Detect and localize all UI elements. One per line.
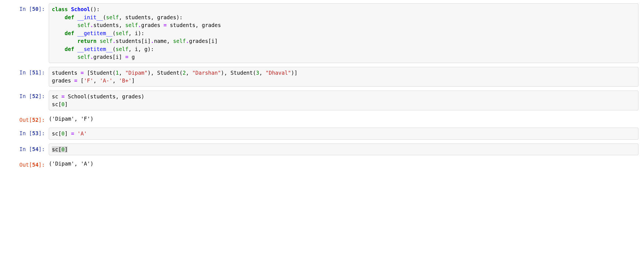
code-token: ( bbox=[103, 14, 106, 20]
code-token: self bbox=[125, 22, 138, 28]
code-token: [Student( bbox=[84, 70, 115, 76]
code-token: ] bbox=[132, 77, 135, 84]
code-input[interactable]: sc[0] bbox=[49, 144, 638, 156]
code-token: 0 bbox=[61, 146, 64, 152]
code-token: ] bbox=[65, 130, 71, 137]
input-prompt: In [51]: bbox=[6, 67, 49, 77]
notebook-cell: In [50]: class School(): def __init__(se… bbox=[6, 3, 638, 63]
code-token bbox=[74, 14, 77, 20]
code-token: = bbox=[71, 130, 74, 137]
code-token: self bbox=[116, 46, 129, 52]
code-token: "Dhaval" bbox=[266, 70, 291, 76]
code-token: ), Student( bbox=[221, 70, 256, 76]
input-prompt: In [50]: bbox=[6, 3, 49, 13]
code-token: self bbox=[78, 54, 90, 60]
code-token: = bbox=[125, 54, 128, 60]
code-token: self bbox=[173, 38, 186, 44]
code-token: self bbox=[116, 30, 129, 36]
output-prompt: Out[52]: bbox=[6, 114, 49, 124]
code-token bbox=[52, 22, 78, 28]
code-token bbox=[74, 46, 77, 52]
code-token: return bbox=[78, 38, 97, 44]
code-token: . bbox=[90, 54, 93, 60]
input-prompt: In [52]: bbox=[6, 91, 49, 100]
code-token: 2 bbox=[183, 70, 186, 76]
code-token bbox=[68, 6, 71, 12]
code-token: ( bbox=[112, 46, 115, 52]
code-token: , bbox=[112, 77, 119, 84]
cell-output: ('Dipam', 'A') bbox=[49, 159, 638, 168]
code-input[interactable]: sc = School(students, grades) sc[0] bbox=[49, 91, 638, 110]
code-token: ] bbox=[65, 146, 68, 152]
code-token: grades bbox=[52, 77, 74, 84]
prompt-label: In bbox=[19, 6, 29, 12]
code-token: 'A-' bbox=[100, 77, 113, 84]
notebook-output-row: Out[54]: ('Dipam', 'A') bbox=[6, 159, 638, 169]
code-token: __getitem__ bbox=[78, 30, 113, 36]
code-token: , students, grades): bbox=[119, 14, 183, 20]
code-token: 0 bbox=[61, 101, 64, 107]
code-token bbox=[52, 38, 78, 44]
notebook-cell: In [53]: sc[0] = 'A' bbox=[6, 128, 638, 140]
code-token: sc bbox=[52, 93, 61, 99]
code-token: (): bbox=[90, 6, 100, 12]
code-token: School bbox=[71, 6, 90, 12]
code-token bbox=[52, 54, 78, 60]
code-token: ( bbox=[112, 30, 115, 36]
code-token: 'B+' bbox=[119, 77, 132, 84]
code-token: def bbox=[65, 30, 74, 36]
code-token: 'A' bbox=[78, 130, 87, 137]
code-token: 0 bbox=[61, 130, 64, 137]
code-token: . bbox=[186, 38, 189, 44]
code-token: )] bbox=[291, 70, 297, 76]
code-token: sc[ bbox=[52, 130, 61, 137]
code-token: sc[ bbox=[52, 146, 61, 152]
code-token bbox=[96, 38, 100, 44]
code-token: , bbox=[186, 70, 192, 76]
code-input[interactable]: class School(): def __init__(self, stude… bbox=[49, 3, 638, 63]
code-token: self bbox=[100, 38, 113, 44]
input-prompt: In [53]: bbox=[6, 128, 49, 137]
code-token bbox=[74, 130, 77, 137]
code-token bbox=[74, 30, 77, 36]
code-token: g bbox=[129, 54, 135, 60]
code-token bbox=[52, 14, 65, 20]
code-token: 'F' bbox=[84, 77, 93, 84]
output-prompt: Out[54]: bbox=[6, 159, 49, 169]
code-token: 1 bbox=[116, 70, 119, 76]
code-token: . bbox=[151, 38, 154, 44]
code-token: __init__ bbox=[78, 14, 103, 20]
code-token: , i, g): bbox=[129, 46, 154, 52]
code-token: students[i] bbox=[116, 38, 151, 44]
code-token: ] bbox=[65, 101, 68, 107]
code-token: "Dipam" bbox=[125, 70, 147, 76]
code-token: "Darshan" bbox=[192, 70, 221, 76]
code-token: def bbox=[65, 46, 74, 52]
cell-output: ('Dipam', 'F') bbox=[49, 114, 638, 123]
code-token: students bbox=[52, 70, 81, 76]
notebook-cell: In [52]: sc = School(students, grades) s… bbox=[6, 91, 638, 110]
code-token: = bbox=[61, 93, 64, 99]
code-token: , bbox=[119, 70, 125, 76]
notebook-cell: In [51]: students = [Student(1, "Dipam")… bbox=[6, 67, 638, 87]
code-input[interactable]: students = [Student(1, "Dipam"), Student… bbox=[49, 67, 638, 87]
code-token: . bbox=[112, 38, 115, 44]
code-token: grades bbox=[141, 22, 163, 28]
code-token: = bbox=[81, 70, 84, 76]
notebook-output-row: Out[52]: ('Dipam', 'F') bbox=[6, 114, 638, 124]
code-token: self bbox=[106, 14, 119, 20]
notebook-cell: In [54]: sc[0] bbox=[6, 144, 638, 156]
code-token: = bbox=[74, 77, 77, 84]
code-token: = bbox=[163, 22, 166, 28]
code-token: self bbox=[78, 22, 90, 28]
code-token: , bbox=[259, 70, 266, 76]
code-token: class bbox=[52, 6, 68, 12]
code-token: [ bbox=[78, 77, 84, 84]
code-token: def bbox=[65, 14, 74, 20]
code-token: name, bbox=[154, 38, 173, 44]
code-token: grades[i] bbox=[93, 54, 125, 60]
code-token: 3 bbox=[256, 70, 259, 76]
code-token: , bbox=[93, 77, 100, 84]
code-input[interactable]: sc[0] = 'A' bbox=[49, 128, 638, 140]
code-token: students, bbox=[93, 22, 125, 28]
